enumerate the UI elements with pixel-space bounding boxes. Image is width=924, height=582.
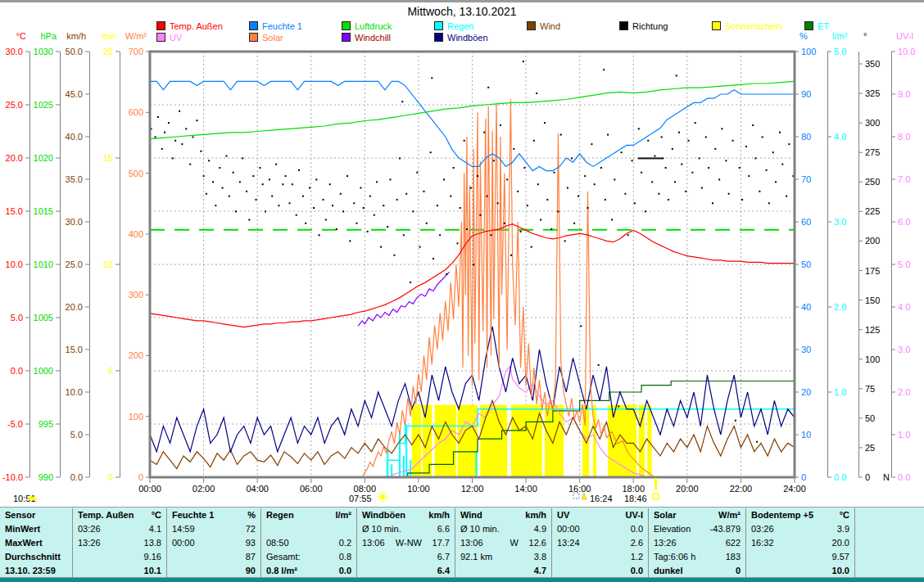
series-richtung: [265, 210, 266, 212]
axis-tick-label: 5.0: [11, 313, 23, 323]
table-cell: [855, 522, 924, 536]
table-column-feuchte-1: Feuchte 1%14:597200:00938790: [166, 508, 260, 578]
series-richtung: [741, 199, 743, 201]
axis-tick-label: 500: [129, 169, 143, 178]
cell-value: 13.8: [144, 536, 166, 550]
axis-%: 0102030405060708090100%: [795, 31, 816, 482]
cell-time-label: 92.1 km: [455, 550, 492, 564]
axis-tick-label: 15.0: [66, 345, 83, 354]
series-richtung: [718, 178, 720, 180]
cell-value: °C: [840, 508, 854, 522]
axis-tick-label: 0.0: [70, 472, 83, 482]
cell-value: 12.6: [519, 536, 551, 550]
series-richtung: [654, 156, 655, 157]
series-richtung: [172, 157, 174, 159]
series-richtung: [571, 157, 573, 159]
series-richtung: [645, 210, 646, 212]
series-richtung: [157, 116, 159, 118]
series-richtung: [638, 128, 640, 129]
series-richtung: [752, 124, 754, 126]
series-richtung: [523, 167, 525, 169]
series-richtung: [598, 364, 600, 366]
series-richtung: [342, 210, 344, 212]
series-richtung: [781, 164, 783, 165]
axis-tick-label: 50: [801, 259, 811, 269]
series-richtung: [580, 325, 582, 327]
series-richtung: [374, 214, 375, 216]
cell-value: 0.0: [339, 564, 356, 578]
table-cell: Temp. Außen°C: [73, 508, 166, 522]
axis-tick-label: 0.0: [11, 366, 23, 376]
series-richtung: [645, 157, 646, 159]
series-richtung: [396, 199, 398, 201]
series-richtung: [725, 160, 727, 161]
cell-time-label: 03:26: [746, 522, 774, 536]
axis-tick-label: 80: [801, 132, 811, 142]
axis-W/m²: 0100200300400500600700W/m²: [125, 31, 150, 482]
table-cell: [855, 550, 924, 564]
axis-tick-label: 200: [865, 236, 880, 246]
table-column-temp-au-en: Temp. Außen°C03:264.113:2613.89.1610.1: [72, 508, 166, 578]
cell-value: 6.6: [437, 522, 455, 536]
series-richtung: [546, 199, 548, 201]
axis-tick-label: 40: [801, 302, 811, 312]
cell-value: [919, 536, 924, 550]
axis-tick-label: 700: [129, 47, 143, 56]
series-richtung: [557, 210, 559, 212]
axis-tick-label: 175: [865, 266, 880, 276]
series-richtung: [410, 282, 411, 283]
series-richtung: [430, 151, 432, 153]
series-richtung: [200, 151, 202, 152]
series-richtung: [181, 143, 183, 145]
table-row-label: Durchschnitt: [0, 550, 72, 564]
cell-value: 1.2: [631, 550, 648, 564]
axis-tick-label: 325: [865, 88, 880, 98]
series-richtung: [766, 169, 768, 171]
axis-tick-label: 6.0: [898, 217, 910, 227]
table-cell: [855, 508, 924, 522]
series-richtung: [647, 140, 649, 142]
cell-value: 4.9: [534, 522, 551, 536]
series-richtung: [405, 193, 407, 195]
cell-time-label: Gesamt:: [261, 550, 301, 564]
series-richtung: [537, 183, 539, 185]
axis-unit-label: W/m²: [125, 31, 147, 41]
series-richtung: [634, 202, 636, 204]
series-richtung: [332, 205, 333, 206]
axis-tick-label: 7.0: [898, 174, 910, 184]
series-richtung: [681, 164, 682, 165]
cell-value: 90: [246, 564, 260, 578]
axis-tick-label: -10.0: [2, 472, 23, 482]
cell-time-label: 13:24: [552, 536, 580, 550]
table-cell: Windkm/h: [455, 508, 551, 522]
series-richtung: [517, 191, 519, 192]
series-richtung: [640, 157, 641, 159]
series-richtung: [278, 205, 279, 206]
cell-time-label: 03:26: [73, 522, 101, 536]
x-axis-label: 00:00: [138, 484, 161, 494]
axis-tick-label: -5.0: [7, 419, 23, 429]
axis-tick-label: 100: [801, 47, 816, 56]
series-richtung: [587, 207, 589, 209]
series-richtung: [206, 193, 207, 195]
axis-tick-label: 275: [865, 147, 880, 157]
x-axis-label: 10:00: [407, 484, 430, 494]
table-cell: 13:242.6: [552, 536, 648, 550]
series-richtung: [655, 157, 657, 159]
series-richtung: [460, 207, 461, 209]
cell-value: 72: [246, 522, 260, 536]
series-richtung: [196, 120, 197, 121]
axis-unit-label: °C: [16, 31, 26, 41]
axis-tick-label: 10: [801, 430, 811, 440]
series-richtung: [786, 196, 787, 197]
x-axis-label: 20:00: [676, 484, 699, 494]
series-richtung: [603, 69, 605, 70]
axis-tick-label: 995: [38, 419, 53, 429]
cell-time-label: Bodentemp +5: [746, 508, 813, 522]
cell-time-label: 13:06: [455, 536, 483, 550]
series-richtung: [464, 140, 465, 142]
series-richtung: [745, 146, 747, 147]
weather-chart: -10.0-5.00.05.010.015.020.025.030.0°C990…: [0, 0, 924, 507]
cell-value: 3.9: [837, 522, 854, 536]
cell-time-label: Tag:6:06 h: [649, 550, 695, 564]
